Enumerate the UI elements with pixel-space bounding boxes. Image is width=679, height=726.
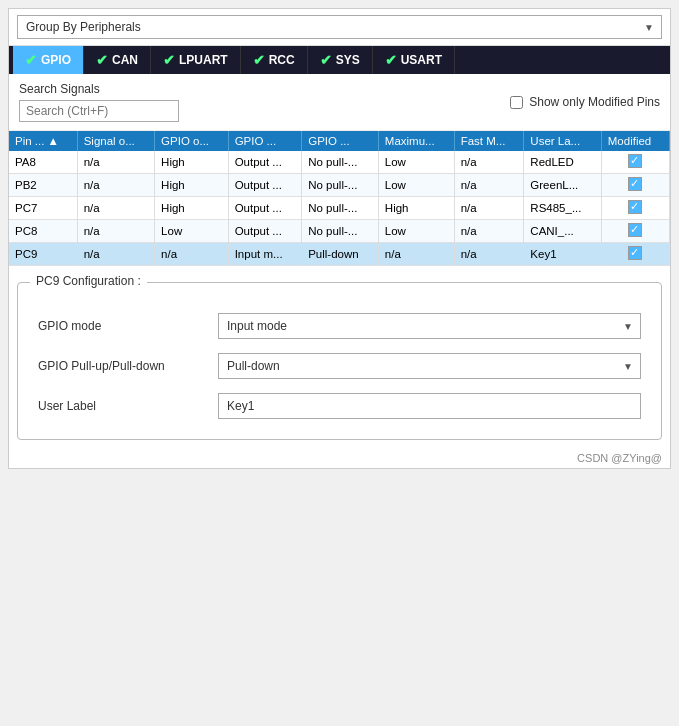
modified-check-icon-1 xyxy=(628,177,642,191)
config-select-gpio_pull[interactable]: No pull-up and no pull-downPull-upPull-d… xyxy=(218,353,641,379)
cell-signal-2: n/a xyxy=(77,197,154,220)
cell-maximum-0: Low xyxy=(378,151,454,174)
group-by-row: Group By Peripherals Group By Signals ▼ xyxy=(9,9,670,46)
tab-label-rcc: RCC xyxy=(269,53,295,67)
tab-usart[interactable]: ✔USART xyxy=(373,46,455,74)
cell-user_label-4: Key1 xyxy=(524,243,601,266)
tab-check-icon-lpuart: ✔ xyxy=(163,52,175,68)
cell-user_label-0: RedLED xyxy=(524,151,601,174)
cell-maximum-3: Low xyxy=(378,220,454,243)
tab-lpuart[interactable]: ✔LPUART xyxy=(151,46,241,74)
show-modified-group: Show only Modified Pins xyxy=(510,95,660,109)
cell-signal-4: n/a xyxy=(77,243,154,266)
cell-modified-1 xyxy=(601,174,669,197)
cell-gpio_pull-3: No pull-... xyxy=(302,220,379,243)
cell-pin-1: PB2 xyxy=(9,174,77,197)
cell-pin-4: PC9 xyxy=(9,243,77,266)
cell-gpio_pull-4: Pull-down xyxy=(302,243,379,266)
cell-pin-3: PC8 xyxy=(9,220,77,243)
modified-check-icon-2 xyxy=(628,200,642,214)
tabs-row: ✔GPIO✔CAN✔LPUART✔RCC✔SYS✔USART xyxy=(9,46,670,74)
tab-label-lpuart: LPUART xyxy=(179,53,228,67)
search-input[interactable] xyxy=(19,100,179,122)
config-label-gpio_pull: GPIO Pull-up/Pull-down xyxy=(38,359,198,373)
col-header-pin[interactable]: Pin ... ▲ xyxy=(9,131,77,151)
tab-rcc[interactable]: ✔RCC xyxy=(241,46,308,74)
tab-sys[interactable]: ✔SYS xyxy=(308,46,373,74)
cell-gpio_mode-1: Output ... xyxy=(228,174,302,197)
cell-fast-4: n/a xyxy=(454,243,524,266)
cell-pin-2: PC7 xyxy=(9,197,77,220)
table-row[interactable]: PC8n/aLowOutput ...No pull-...Lown/aCANI… xyxy=(9,220,670,243)
col-header-maximum[interactable]: Maximu... xyxy=(378,131,454,151)
table-row[interactable]: PC9n/an/aInput m...Pull-downn/an/aKey1 xyxy=(9,243,670,266)
config-select-wrapper-gpio_mode: Input modeOutput Push PullOutput Open Dr… xyxy=(218,313,641,339)
cell-signal-1: n/a xyxy=(77,174,154,197)
modified-check-icon-4 xyxy=(628,246,642,260)
cell-modified-3 xyxy=(601,220,669,243)
modified-check-icon-3 xyxy=(628,223,642,237)
config-select-gpio_mode[interactable]: Input modeOutput Push PullOutput Open Dr… xyxy=(218,313,641,339)
cell-modified-0 xyxy=(601,151,669,174)
cell-gpio_pull-1: No pull-... xyxy=(302,174,379,197)
cell-gpio_o-0: High xyxy=(155,151,229,174)
cell-gpio_o-2: High xyxy=(155,197,229,220)
cell-signal-0: n/a xyxy=(77,151,154,174)
col-header-signal[interactable]: Signal o... xyxy=(77,131,154,151)
config-row-gpio_mode: GPIO modeInput modeOutput Push PullOutpu… xyxy=(38,313,641,339)
cell-gpio_mode-2: Output ... xyxy=(228,197,302,220)
group-by-wrapper: Group By Peripherals Group By Signals ▼ xyxy=(17,15,662,39)
tab-label-gpio: GPIO xyxy=(41,53,71,67)
cell-fast-3: n/a xyxy=(454,220,524,243)
tab-check-icon-usart: ✔ xyxy=(385,52,397,68)
tab-gpio[interactable]: ✔GPIO xyxy=(13,46,84,74)
cell-signal-3: n/a xyxy=(77,220,154,243)
col-header-gpio_o[interactable]: GPIO o... xyxy=(155,131,229,151)
tab-check-icon-rcc: ✔ xyxy=(253,52,265,68)
cell-maximum-1: Low xyxy=(378,174,454,197)
search-group: Search Signals xyxy=(19,82,179,122)
table-row[interactable]: PB2n/aHighOutput ...No pull-...Lown/aGre… xyxy=(9,174,670,197)
cell-modified-2 xyxy=(601,197,669,220)
cell-user_label-2: RS485_... xyxy=(524,197,601,220)
watermark: CSDN @ZYing@ xyxy=(9,448,670,468)
tab-label-sys: SYS xyxy=(336,53,360,67)
show-modified-label: Show only Modified Pins xyxy=(529,95,660,109)
tab-check-icon-sys: ✔ xyxy=(320,52,332,68)
tab-label-usart: USART xyxy=(401,53,442,67)
table-row[interactable]: PC7n/aHighOutput ...No pull-...Highn/aRS… xyxy=(9,197,670,220)
config-select-wrapper-gpio_pull: No pull-up and no pull-downPull-upPull-d… xyxy=(218,353,641,379)
cell-gpio_pull-0: No pull-... xyxy=(302,151,379,174)
col-header-gpio_mode[interactable]: GPIO ... xyxy=(228,131,302,151)
cell-gpio_mode-0: Output ... xyxy=(228,151,302,174)
cell-fast-2: n/a xyxy=(454,197,524,220)
tab-check-icon-can: ✔ xyxy=(96,52,108,68)
tab-can[interactable]: ✔CAN xyxy=(84,46,151,74)
cell-user_label-1: GreenL... xyxy=(524,174,601,197)
cell-gpio_mode-4: Input m... xyxy=(228,243,302,266)
cell-maximum-2: High xyxy=(378,197,454,220)
cell-gpio_o-1: High xyxy=(155,174,229,197)
config-row-gpio_pull: GPIO Pull-up/Pull-downNo pull-up and no … xyxy=(38,353,641,379)
cell-gpio_o-3: Low xyxy=(155,220,229,243)
config-label-user_label: User Label xyxy=(38,399,198,413)
config-input-user_label[interactable] xyxy=(218,393,641,419)
col-header-fast[interactable]: Fast M... xyxy=(454,131,524,151)
show-modified-checkbox[interactable] xyxy=(510,96,523,109)
cell-fast-1: n/a xyxy=(454,174,524,197)
cell-fast-0: n/a xyxy=(454,151,524,174)
signal-table: Pin ... ▲Signal o...GPIO o...GPIO ...GPI… xyxy=(9,131,670,266)
cell-gpio_mode-3: Output ... xyxy=(228,220,302,243)
group-by-select[interactable]: Group By Peripherals Group By Signals xyxy=(17,15,662,39)
col-header-gpio_pull[interactable]: GPIO ... xyxy=(302,131,379,151)
table-row[interactable]: PA8n/aHighOutput ...No pull-...Lown/aRed… xyxy=(9,151,670,174)
cell-pin-0: PA8 xyxy=(9,151,77,174)
col-header-modified[interactable]: Modified xyxy=(601,131,669,151)
config-legend: PC9 Configuration : xyxy=(30,274,147,288)
cell-maximum-4: n/a xyxy=(378,243,454,266)
search-label: Search Signals xyxy=(19,82,179,96)
cell-modified-4 xyxy=(601,243,669,266)
tab-check-icon-gpio: ✔ xyxy=(25,52,37,68)
col-header-user_label[interactable]: User La... xyxy=(524,131,601,151)
config-section: PC9 Configuration : GPIO modeInput modeO… xyxy=(17,282,662,440)
